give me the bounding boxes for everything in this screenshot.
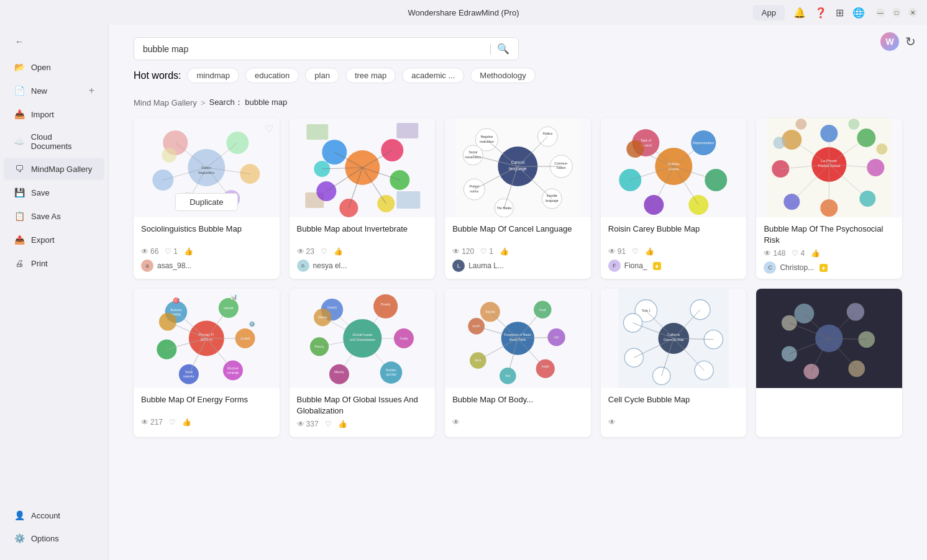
svg-point-101 — [796, 119, 807, 130]
gallery-card-1[interactable]: Socio- linguistics ♡ Duplicate Socioling… — [134, 118, 280, 279]
svg-text:Functions of Basic: Functions of Basic — [505, 333, 532, 337]
hot-word-academic[interactable]: academic ... — [402, 68, 464, 83]
svg-text:Generap Map: Generap Map — [664, 338, 684, 341]
refresh-icon[interactable]: ↻ — [905, 34, 916, 49]
card-likes-4: ♡ — [632, 247, 639, 256]
card-image-3: Cancel language Negative motivation Poli… — [445, 118, 591, 217]
card-thumb-6: 👍 — [182, 418, 191, 427]
card-image-4: Bubble Casey Topic of my mind Representa… — [601, 118, 747, 217]
hot-word-treemap[interactable]: tree map — [345, 68, 396, 83]
card-stats-5: 👁 148 ♡ 4 👍 — [764, 249, 895, 258]
thumb-icon-7: 👍 — [338, 420, 347, 428]
svg-text:📊: 📊 — [231, 293, 238, 300]
sidebar-item-new[interactable]: 📄 New + — [4, 79, 104, 102]
gallery-card-8[interactable]: Functions of Basic Body Parts Singular h… — [445, 289, 591, 437]
search-bar: 🔍 — [134, 37, 519, 60]
svg-text:networks: networks — [183, 375, 195, 378]
card-likes-6: ♡ — [169, 418, 176, 427]
svg-point-216 — [849, 361, 865, 377]
hot-words: Hot words: mindmap education plan tree m… — [134, 68, 902, 83]
card-author-2: n nesya el... — [297, 260, 428, 272]
svg-rect-18 — [306, 124, 328, 140]
sidebar-item-cloud[interactable]: ☁️ Cloud Documents — [4, 127, 104, 156]
svg-point-123 — [223, 361, 243, 381]
sidebar-item-open[interactable]: 📂 Open — [4, 56, 104, 78]
card-author-1: a asas_98... — [141, 260, 272, 272]
author-avatar-4: F — [608, 260, 621, 272]
sidebar-item-import[interactable]: 📥 Import — [4, 103, 104, 125]
svg-text:Representation: Representation — [693, 141, 714, 145]
svg-text:Minority: Minority — [334, 371, 344, 374]
hot-word-plan[interactable]: plan — [305, 68, 339, 83]
gallery-card-7[interactable]: Global Issues and Globalization Country … — [290, 289, 436, 437]
card-title-10 — [764, 394, 895, 407]
svg-text:Impolite: Impolite — [547, 194, 558, 197]
gallery-card-2[interactable]: Bubble Map about Invertebrate 👁 23 ♡ 👍 — [290, 118, 436, 279]
duplicate-button-1[interactable]: Duplicate — [175, 193, 237, 211]
heart-stat-icon-5: ♡ — [792, 249, 798, 258]
sidebar-item-save[interactable]: 💾 Save — [4, 181, 104, 204]
gallery-card-6[interactable]: Primary IT (EPS-V) Business strategy Int… — [134, 289, 280, 437]
gallery-card-4[interactable]: Bubble Casey Topic of my mind Representa… — [601, 118, 747, 279]
heart-stat-icon-2: ♡ — [321, 247, 327, 256]
svg-text:Electoral: Electoral — [227, 367, 238, 370]
card-views-2: 👁 23 — [297, 247, 314, 256]
maximize-button[interactable]: □ — [892, 8, 901, 17]
close-button[interactable]: ✕ — [908, 8, 917, 17]
hot-word-mindmap[interactable]: mindmap — [187, 68, 239, 83]
thumb-icon-4: 👍 — [645, 247, 654, 256]
app-button[interactable]: App — [753, 5, 785, 20]
grid-icon[interactable]: ⊞ — [836, 7, 844, 19]
search-input[interactable] — [143, 44, 484, 54]
card-thumb-2: 👍 — [334, 247, 343, 256]
card-info-10 — [756, 388, 902, 415]
svg-text:Internet: Internet — [224, 307, 234, 310]
sidebar-item-print[interactable]: 🖨 Print — [4, 252, 104, 274]
svg-text:Nutrition: Nutrition — [386, 369, 396, 372]
svg-text:Negative: Negative — [481, 135, 493, 138]
eye-icon-6: 👁 — [141, 418, 148, 427]
search-button[interactable]: 🔍 — [497, 43, 509, 55]
svg-point-203 — [623, 314, 642, 332]
card-heart-1[interactable]: ♡ — [265, 123, 273, 135]
sidebar-label-account: Account — [31, 511, 60, 520]
save-icon: 💾 — [14, 187, 25, 198]
svg-text:Topic of: Topic of — [640, 138, 651, 142]
card-likes-5: ♡ 4 — [792, 249, 805, 258]
globe-icon[interactable]: 🌐 — [852, 7, 865, 19]
bell-icon[interactable]: 🔔 — [793, 7, 806, 19]
thumb-icon-2: 👍 — [334, 247, 343, 256]
thumb-icon-1: 👍 — [184, 247, 193, 256]
eye-icon-2: 👁 — [297, 247, 304, 256]
main-content: W ↻ 🔍 Hot words: mindmap education plan … — [109, 25, 927, 560]
eye-icon-7: 👁 — [297, 420, 304, 428]
card-stats-7: 👁 337 ♡ 👍 — [297, 420, 428, 428]
gallery-card-3[interactable]: Cancel language Negative motivation Poli… — [445, 118, 591, 279]
gallery-card-10[interactable] — [756, 289, 902, 437]
sidebar-item-saveas[interactable]: 📋 Save As — [4, 205, 104, 227]
svg-text:teeth: teeth — [475, 359, 482, 362]
hot-word-education[interactable]: education — [245, 68, 299, 83]
gallery-card-5[interactable]: La Primer Piedra Social — [756, 118, 902, 279]
sidebar-item-options[interactable]: ⚙️ Options — [4, 527, 104, 549]
back-button[interactable]: ← — [4, 30, 104, 53]
svg-point-103 — [877, 143, 888, 155]
card-thumb-5: 👍 — [811, 249, 820, 258]
back-icon: ← — [14, 36, 25, 47]
svg-point-219 — [782, 315, 797, 331]
minimize-button[interactable]: — — [876, 8, 885, 17]
card-title-9: Cell Cycle Bubble Map — [608, 394, 739, 414]
card-author-4: F Fiona_ ♦ — [608, 260, 739, 272]
gallery-card-9[interactable]: Calfactiv Generap Map Topic 1 — [601, 289, 747, 437]
hot-word-methodology[interactable]: Methodology — [470, 68, 535, 83]
svg-text:Poverty: Poverty — [381, 303, 391, 306]
sidebar-item-gallery[interactable]: 🗨 MindMap Gallery — [4, 158, 104, 180]
sidebar-item-account[interactable]: 👤 Account — [4, 504, 104, 526]
help-icon[interactable]: ❓ — [815, 7, 827, 19]
breadcrumb-gallery-link[interactable]: Mind Map Gallery — [134, 98, 197, 107]
sidebar-label-gallery: MindMap Gallery — [31, 165, 92, 174]
svg-point-130 — [159, 313, 176, 330]
sidebar-item-export[interactable]: 📤 Export — [4, 228, 104, 251]
user-avatar[interactable]: W — [880, 32, 899, 51]
saveas-icon: 📋 — [14, 210, 25, 222]
